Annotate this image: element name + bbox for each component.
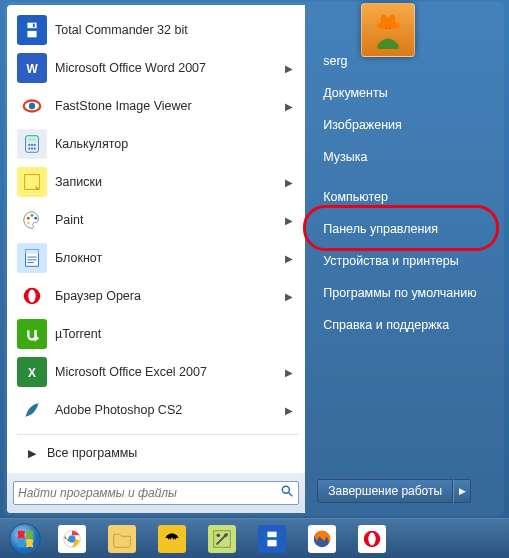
right-items-top: ДокументыИзображенияМузыка [317, 77, 491, 173]
app-item-save-disk[interactable]: Total Commander 32 bit [13, 11, 303, 49]
svg-point-31 [283, 486, 290, 493]
all-programs-label: Все программы [47, 446, 137, 460]
taskbar-explorer[interactable] [98, 522, 146, 556]
right-item[interactable]: Справка и поддержка [317, 309, 491, 341]
app-label: Браузер Opera [55, 289, 285, 303]
app-label: Microsoft Office Excel 2007 [55, 365, 285, 379]
save-icon [258, 525, 286, 553]
svg-rect-42 [163, 529, 181, 547]
app-label: Adobe Photoshop CS2 [55, 403, 285, 417]
taskbar-opera[interactable] [348, 522, 396, 556]
app-item-opera[interactable]: Браузер Opera ▶ [13, 277, 303, 315]
excel-icon: X [17, 357, 47, 387]
right-item[interactable]: Документы [317, 77, 491, 109]
svg-point-13 [28, 147, 30, 149]
app-item-notepad[interactable]: Блокнот ▶ [13, 239, 303, 277]
svg-point-17 [27, 217, 30, 220]
taskbar-save[interactable] [248, 522, 296, 556]
app-item-excel[interactable]: X Microsoft Office Excel 2007 ▶ [13, 353, 303, 391]
app-label: Записки [55, 175, 285, 189]
explorer-icon [108, 525, 136, 553]
submenu-arrow-icon: ▶ [285, 101, 299, 112]
search-icon [280, 484, 294, 502]
search-input[interactable] [18, 486, 280, 500]
separator [317, 173, 491, 181]
calc-icon [17, 129, 47, 159]
submenu-arrow-icon: ▶ [285, 367, 299, 378]
app-label: Total Commander 32 bit [55, 23, 299, 37]
shutdown-button[interactable]: Завершение работы [317, 479, 453, 503]
svg-point-38 [389, 14, 395, 25]
right-item[interactable]: Изображения [317, 109, 491, 141]
svg-point-19 [34, 217, 37, 220]
start-menu: Total Commander 32 bit W Microsoft Offic… [4, 2, 504, 516]
shutdown-options-button[interactable]: ▶ [453, 479, 471, 503]
right-item[interactable]: Панель управления [317, 213, 491, 245]
shutdown-row: Завершение работы ▶ [317, 479, 491, 503]
batman-icon [158, 525, 186, 553]
svg-rect-1 [27, 23, 36, 29]
submenu-arrow-icon: ▶ [285, 291, 299, 302]
pinned-programs-list: Total Commander 32 bit W Microsoft Offic… [13, 11, 303, 432]
app-item-palette[interactable]: Paint ▶ [13, 201, 303, 239]
app-item-calc[interactable]: Калькулятор [13, 125, 303, 163]
user-avatar[interactable] [361, 3, 415, 57]
app-label: Блокнот [55, 251, 285, 265]
submenu-arrow-icon: ▶ [285, 405, 299, 416]
submenu-arrow-icon: ▶ [285, 253, 299, 264]
separator [17, 434, 299, 435]
start-menu-right-panel: serg ДокументыИзображенияМузыка Компьюте… [305, 5, 501, 513]
right-items-bottom: КомпьютерПанель управленияУстройства и п… [317, 181, 491, 341]
start-menu-left-panel: Total Commander 32 bit W Microsoft Offic… [7, 5, 305, 513]
app-item-word[interactable]: W Microsoft Office Word 2007 ▶ [13, 49, 303, 87]
app-item-utorrent[interactable]: µTorrent [13, 315, 303, 353]
svg-point-11 [31, 144, 33, 146]
svg-point-20 [27, 221, 30, 224]
app-item-feather[interactable]: Adobe Photoshop CS2 ▶ [13, 391, 303, 429]
right-item[interactable]: Устройства и принтеры [317, 245, 491, 277]
svg-rect-2 [27, 31, 36, 37]
save-disk-icon [17, 15, 47, 45]
all-programs-button[interactable]: ▶ Все программы [13, 437, 303, 469]
taskbar [0, 518, 509, 558]
svg-text:W: W [26, 62, 38, 76]
taskbar-chrome[interactable] [48, 522, 96, 556]
taskbar-firefox[interactable] [298, 522, 346, 556]
svg-line-32 [289, 493, 293, 497]
svg-point-44 [217, 533, 221, 537]
svg-rect-22 [26, 250, 39, 254]
start-button[interactable] [4, 520, 46, 558]
svg-point-14 [31, 147, 33, 149]
svg-point-50 [368, 532, 375, 545]
search-row [7, 473, 305, 513]
svg-point-27 [28, 290, 35, 303]
right-item[interactable]: Музыка [317, 141, 491, 173]
app-item-eye[interactable]: FastStone Image Viewer ▶ [13, 87, 303, 125]
note-icon [17, 167, 47, 197]
search-box[interactable] [13, 481, 299, 505]
svg-point-10 [28, 144, 30, 146]
svg-rect-3 [33, 24, 35, 28]
svg-text:X: X [28, 366, 36, 380]
right-item[interactable]: Программы по умолчанию [317, 277, 491, 309]
notepadpp-icon [208, 525, 236, 553]
svg-point-7 [29, 103, 35, 109]
firefox-icon [308, 525, 336, 553]
utorrent-icon [17, 319, 47, 349]
taskbar-buttons [48, 522, 396, 556]
word-icon: W [17, 53, 47, 83]
svg-point-37 [381, 14, 387, 25]
feather-icon [17, 395, 47, 425]
svg-rect-9 [27, 138, 36, 142]
opera-icon [17, 281, 47, 311]
svg-point-18 [31, 214, 34, 217]
submenu-arrow-icon: ▶ [285, 63, 299, 74]
taskbar-notepadpp[interactable] [198, 522, 246, 556]
app-label: FastStone Image Viewer [55, 99, 285, 113]
taskbar-batman[interactable] [148, 522, 196, 556]
triangle-right-icon: ▶ [17, 447, 47, 460]
palette-icon [17, 205, 47, 235]
app-label: Калькулятор [55, 137, 299, 151]
right-item[interactable]: Компьютер [317, 181, 491, 213]
app-item-note[interactable]: Записки ▶ [13, 163, 303, 201]
